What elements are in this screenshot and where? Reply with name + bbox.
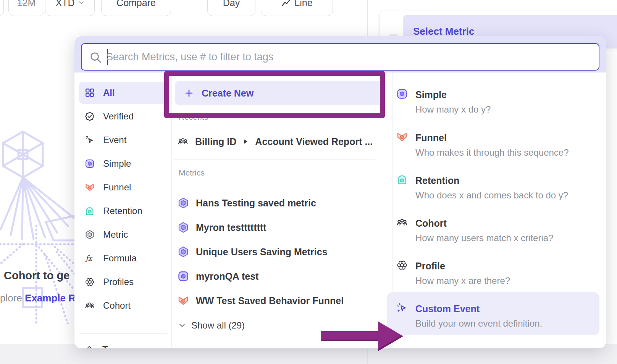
cohort-people-icon <box>396 217 408 228</box>
metric-item-label: myronQA test <box>196 271 258 282</box>
sidebar-item-label: Verified <box>103 111 134 122</box>
type-title: Cohort <box>415 216 447 230</box>
type-title: Funnel <box>415 131 447 145</box>
sidebar-item-formula[interactable]: ƒx Formula <box>79 247 168 269</box>
chevron-down-icon <box>179 322 186 329</box>
sidebar-item-event[interactable]: Event <box>79 129 168 151</box>
range-12m-button[interactable]: 12M <box>8 0 44 16</box>
sidebar-divider <box>79 333 167 334</box>
caret-right-icon <box>244 139 247 144</box>
recent-item-secondary: Account Viewed Report ... <box>255 136 373 147</box>
chart-type-line-button[interactable]: Line <box>261 0 333 16</box>
tag-icon <box>85 345 94 348</box>
example-link[interactable]: Example <box>25 292 66 304</box>
type-title: Profile <box>415 259 445 273</box>
range-xtd-button[interactable]: XTD <box>45 0 95 16</box>
type-description: How many x do y? <box>415 103 491 116</box>
sidebar-item-simple[interactable]: Simple <box>79 153 168 175</box>
event-cursor-icon <box>85 135 95 145</box>
simple-metric-icon <box>85 159 95 169</box>
type-description: How many users match x criteria? <box>415 232 553 245</box>
metric-list-item[interactable]: Myron testttttttt <box>178 219 386 236</box>
type-description: Who makes it through this sequence? <box>415 146 569 159</box>
profiles-flower-icon <box>396 259 408 271</box>
sidebar-item-label: Simple <box>103 158 131 169</box>
annotation-arrow <box>319 320 408 352</box>
sidebar-item-label: Event <box>103 135 126 145</box>
sidebar-item-label: All <box>103 87 115 98</box>
simple-metric-icon <box>178 271 189 282</box>
metric-list-item[interactable]: Unique Users Saving Metrics <box>178 243 386 260</box>
type-description: Build your own event definition. <box>415 317 542 330</box>
profiles-flower-icon <box>85 277 95 287</box>
funnel-icon <box>85 182 95 192</box>
chart-type-line-label: Line <box>294 0 312 8</box>
type-simple[interactable]: Simple How many x do y? <box>396 88 602 123</box>
show-all-label: Show all (29) <box>191 320 245 331</box>
compare-button[interactable]: Compare <box>101 0 171 16</box>
saved-metric-hexagon-icon <box>178 222 189 233</box>
type-description: How many x are there? <box>415 274 510 287</box>
sidebar-item-retention[interactable]: Retention <box>79 200 168 222</box>
sidebar-item-verified[interactable]: Verified <box>79 105 168 127</box>
sidebar-item-label: T <box>102 344 108 349</box>
search-box <box>81 43 599 71</box>
type-custom-event[interactable]: Custom Event Build your own event defini… <box>396 302 602 337</box>
search-icon <box>89 51 102 64</box>
sidebar-item-all[interactable]: All <box>79 82 168 104</box>
formula-fx-icon: ƒx <box>85 253 95 263</box>
sidebar-item-funnel[interactable]: Funnel <box>79 176 168 198</box>
range-xtd-label: XTD <box>56 0 75 8</box>
metric-item-label: Unique Users Saving Metrics <box>196 246 328 258</box>
metric-list-item[interactable]: myronQA test <box>178 268 386 285</box>
custom-event-sparkle-cursor-icon <box>396 302 408 314</box>
metrics-divider <box>174 159 375 159</box>
metric-item-label: Hans Testing saved metric <box>196 198 316 209</box>
recent-item-primary: Billing ID <box>195 136 236 147</box>
sidebar-item-profiles[interactable]: Profiles <box>79 271 168 293</box>
type-title: Simple <box>415 88 447 101</box>
metric-item-label: WW Test Saved Behavior Funnel <box>196 295 344 306</box>
metric-hexagon-icon <box>85 230 95 240</box>
funnel-icon <box>178 295 189 306</box>
verified-seal-icon <box>85 111 95 121</box>
cohort-people-icon <box>85 301 95 311</box>
toolbar-edge-button[interactable] <box>0 0 4 16</box>
type-retention[interactable]: Retention Who does x and comes back to d… <box>396 174 602 209</box>
type-funnel[interactable]: Funnel Who makes it through this sequenc… <box>396 131 602 166</box>
type-description: Who does x and comes back to do y? <box>415 189 568 202</box>
sidebar-item-partial[interactable]: T <box>79 341 168 348</box>
saved-metric-hexagon-icon <box>178 197 189 209</box>
explore-text: plore <box>0 292 22 304</box>
saved-metric-hexagon-icon <box>178 246 189 258</box>
chevron-down-icon <box>78 0 84 6</box>
retention-icon <box>396 174 408 185</box>
type-title: Retention <box>415 174 459 187</box>
type-cohort[interactable]: Cohort How many users match x criteria? <box>396 216 602 251</box>
metric-list-item[interactable]: WW Test Saved Behavior Funnel <box>178 292 386 309</box>
metrics-heading: Metrics <box>179 168 205 177</box>
show-all-button[interactable]: Show all (29) <box>179 318 293 333</box>
app-root: 12M XTD Compare Day Line <box>0 0 617 364</box>
line-chart-icon <box>281 0 291 8</box>
search-input[interactable] <box>106 45 595 68</box>
metric-item-label: Myron testttttttt <box>196 222 267 233</box>
metric-list-item[interactable]: Hans Testing saved metric <box>178 195 386 211</box>
simple-metric-icon <box>396 88 408 100</box>
sidebar-item-label: Cohort <box>103 300 131 311</box>
sidebar-item-metric[interactable]: Metric <box>79 224 168 246</box>
sidebar-item-cohort[interactable]: Cohort <box>79 295 168 317</box>
interval-day-button[interactable]: Day <box>207 0 255 16</box>
type-title: Custom Event <box>415 302 480 316</box>
sidebar-item-label: Funnel <box>103 182 131 193</box>
funnel-icon <box>396 131 408 143</box>
svg-text:ƒx: ƒx <box>85 254 93 262</box>
type-profile[interactable]: Profile How many x are there? <box>396 259 602 294</box>
sidebar-item-label: Profiles <box>103 277 134 287</box>
annotation-highlight-box <box>164 71 385 118</box>
sidebar-item-label: Retention <box>103 206 142 216</box>
recent-item[interactable]: Billing ID Account Viewed Report ... <box>178 134 384 150</box>
retention-icon <box>85 206 95 216</box>
sidebar-item-label: Formula <box>103 253 137 264</box>
cohort-people-icon <box>178 136 188 147</box>
